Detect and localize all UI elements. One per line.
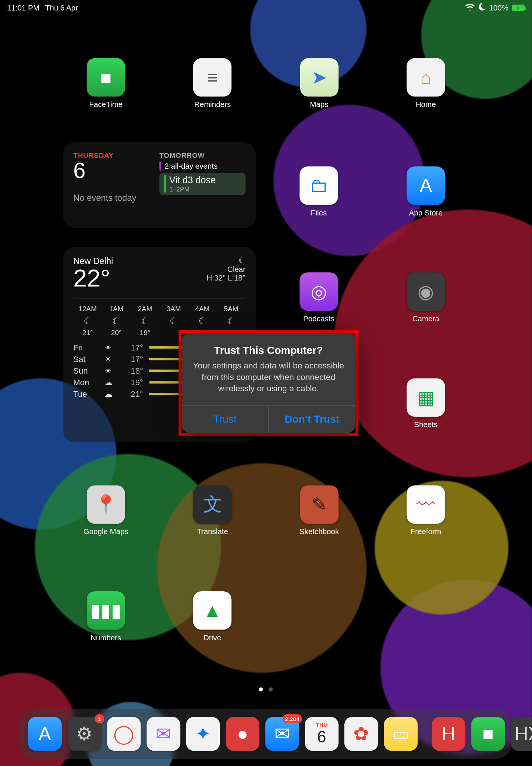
googlemaps-icon: 📍 <box>87 485 125 524</box>
sketchbook-icon: ✎ <box>300 485 338 524</box>
page-indicator[interactable] <box>259 687 273 692</box>
page-dot-2[interactable] <box>269 687 273 692</box>
calendar-event-allday: 2 all-day events <box>164 162 218 171</box>
photos-icon: ✿ <box>344 717 378 751</box>
alert-message: Your settings and data will be accessibl… <box>191 360 346 394</box>
files-icon: 🗀 <box>299 166 338 205</box>
status-bar: 11:01 PM Thu 6 Apr 100% <box>0 0 532 15</box>
app-label: Sketchbook <box>299 527 339 536</box>
moon-icon <box>478 3 486 12</box>
app-maps[interactable]: ➤Maps <box>290 58 348 109</box>
app-label: Translate <box>197 527 228 536</box>
calendar-daynum: 6 <box>73 158 159 183</box>
app-notes[interactable]: ▭ <box>384 717 418 751</box>
app-sketchbook[interactable]: ✎Sketchbook <box>290 485 348 536</box>
trust-alert: Trust This Computer? Your settings and d… <box>181 333 355 433</box>
moon-icon: ☾ <box>207 256 246 265</box>
camera-icon: ◉ <box>407 272 445 311</box>
dock: A⚙1◯✉✦●✉2,204THU6✿▭ H■HX⊞ <box>20 709 512 759</box>
app-files[interactable]: 🗀Files <box>290 166 348 217</box>
numbers-icon: ▮▮▮ <box>87 591 125 630</box>
page-dot-1[interactable] <box>259 687 263 692</box>
app-label: Google Maps <box>83 527 128 536</box>
calendar-widget[interactable]: THURSDAY 6 No events today TOMORROW 2 al… <box>63 142 256 228</box>
facetime-icon: ■ <box>87 58 125 97</box>
app-label: FaceTime <box>89 100 123 109</box>
app-translate[interactable]: 文Translate <box>184 485 242 536</box>
app-googlemaps[interactable]: 📍Google Maps <box>77 485 135 536</box>
app-label: Reminders <box>194 100 231 109</box>
app-label: Sheets <box>414 420 437 429</box>
app-label: Maps <box>310 100 328 109</box>
app-recent-1[interactable]: H <box>432 717 465 751</box>
settings-icon: ⚙1 <box>67 717 101 751</box>
app-home[interactable]: ⌂Home <box>397 58 455 109</box>
app-appstore[interactable]: AApp Store <box>397 166 455 217</box>
calendar-dock-icon: THU6 <box>305 717 338 751</box>
podcasts-icon: ◎ <box>299 272 338 311</box>
weather-hour: 2AM☾19° <box>131 305 160 337</box>
safari-icon: ✦ <box>186 717 220 751</box>
maps-icon: ➤ <box>300 58 338 97</box>
app-label: Podcasts <box>303 314 334 323</box>
app-podcasts[interactable]: ◎Podcasts <box>290 272 348 323</box>
app-appstore-dock[interactable]: A <box>28 717 62 751</box>
recorder-icon: ● <box>226 717 259 751</box>
app-calendar-dock[interactable]: THU6 <box>305 717 338 751</box>
weather-hour: 1AM☾20° <box>102 305 131 337</box>
status-date: Thu 6 Apr <box>45 3 78 12</box>
status-time: 11:01 PM <box>7 3 40 12</box>
appstore-icon: A <box>407 166 445 205</box>
chrome-icon: ◯ <box>107 717 141 751</box>
sheets-icon: ▦ <box>407 378 445 417</box>
recent-3-icon: HX <box>511 717 532 751</box>
alert-title: Trust This Computer? <box>191 344 346 357</box>
weather-cond: Clear <box>207 265 246 273</box>
app-recorder[interactable]: ● <box>226 717 259 751</box>
freeform-icon: 〰 <box>407 485 445 524</box>
app-label: Numbers <box>90 633 121 642</box>
badge: 1 <box>95 714 104 723</box>
app-label: Freeform <box>410 527 441 536</box>
calendar-noevents: No events today <box>73 193 159 202</box>
app-drive[interactable]: ▲Drive <box>183 591 242 642</box>
calendar-event-title: Vit d3 dose <box>169 175 216 186</box>
weather-hilo: H:32° L:18° <box>207 273 246 282</box>
app-numbers[interactable]: ▮▮▮Numbers <box>77 591 135 642</box>
recent-2-icon: ■ <box>471 717 505 751</box>
app-label: Home <box>416 100 436 109</box>
app-facetime[interactable]: ■FaceTime <box>77 58 135 109</box>
app-freeform[interactable]: 〰Freeform <box>397 485 455 536</box>
home-icon: ⌂ <box>407 58 445 97</box>
app-label: Drive <box>203 633 221 642</box>
app-safari[interactable]: ✦ <box>186 717 220 751</box>
app-reminders[interactable]: ≡Reminders <box>184 58 242 109</box>
translate-icon: 文 <box>193 485 232 524</box>
battery-icon <box>512 4 525 11</box>
weather-hour: 12AM☾21° <box>73 305 102 337</box>
mail-icon: ✉2,204 <box>265 717 299 751</box>
app-recent-3[interactable]: HX <box>511 717 532 751</box>
app-sheets[interactable]: ▦Sheets <box>397 378 455 429</box>
dont-trust-button[interactable]: Don't Trust <box>268 405 355 433</box>
drive-icon: ▲ <box>193 591 232 630</box>
notes-icon: ▭ <box>384 717 418 751</box>
battery-pct: 100% <box>489 3 508 12</box>
app-photos[interactable]: ✿ <box>344 717 378 751</box>
reminders-icon: ≡ <box>193 58 232 97</box>
app-settings[interactable]: ⚙1 <box>67 717 101 751</box>
appstore-dock-icon: A <box>28 717 62 751</box>
wifi-icon <box>465 3 474 12</box>
app-messenger[interactable]: ✉ <box>147 717 180 751</box>
annotation-highlight: Trust This Computer? Your settings and d… <box>179 330 359 436</box>
app-label: Files <box>311 208 327 217</box>
trust-button[interactable]: Trust <box>181 405 268 433</box>
calendar-event-time: 1–2PM <box>169 186 216 193</box>
app-chrome[interactable]: ◯ <box>107 717 141 751</box>
app-camera[interactable]: ◉Camera <box>397 272 455 323</box>
weather-temp: 22° <box>73 266 113 290</box>
app-recent-2[interactable]: ■ <box>471 717 505 751</box>
app-mail[interactable]: ✉2,204 <box>265 717 299 751</box>
app-label: Camera <box>412 314 439 323</box>
recent-1-icon: H <box>432 717 465 751</box>
